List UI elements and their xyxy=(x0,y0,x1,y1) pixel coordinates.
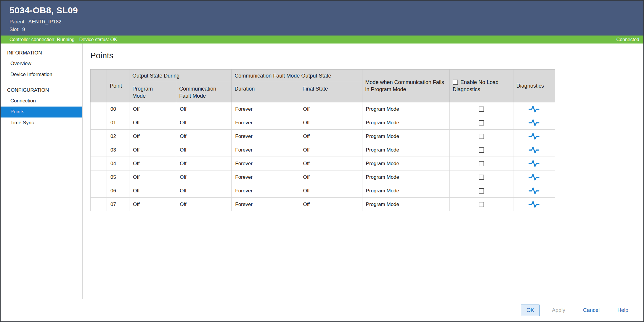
points-table-row: 07OffOffForeverOffProgram Mode xyxy=(91,198,555,211)
enable-no-load-checkbox[interactable] xyxy=(479,175,484,180)
cell-mode-when-comm-fails[interactable]: Program Mode xyxy=(362,198,449,211)
diagnostics-icon[interactable] xyxy=(529,105,539,113)
cancel-button[interactable]: Cancel xyxy=(577,305,605,316)
cell-duration[interactable]: Forever xyxy=(232,157,299,170)
cell-duration[interactable]: Forever xyxy=(232,116,299,130)
cell-mode-when-comm-fails[interactable]: Program Mode xyxy=(362,143,449,157)
enable-no-load-all-checkbox[interactable] xyxy=(453,80,458,85)
cell-mode-when-comm-fails[interactable]: Program Mode xyxy=(362,130,449,143)
cell-point: 02 xyxy=(107,130,129,143)
row-selector-column-header xyxy=(91,70,107,102)
cell-diagnostics xyxy=(513,102,555,116)
column-header-duration: Duration xyxy=(232,82,299,102)
cell-program-mode[interactable]: Off xyxy=(129,198,176,211)
cell-mode-when-comm-fails[interactable]: Program Mode xyxy=(362,157,449,170)
cell-mode-when-comm-fails[interactable]: Program Mode xyxy=(362,170,449,184)
cell-communication-fault-mode[interactable]: Off xyxy=(176,143,232,157)
diagnostics-icon[interactable] xyxy=(529,160,539,167)
cell-final-state[interactable]: Off xyxy=(299,157,362,170)
enable-no-load-checkbox[interactable] xyxy=(479,188,484,194)
apply-button[interactable]: Apply xyxy=(546,305,571,316)
diagnostics-icon[interactable] xyxy=(529,201,539,208)
help-button[interactable]: Help xyxy=(612,305,634,316)
cell-final-state[interactable]: Off xyxy=(299,170,362,184)
parent-line: Parent:AENTR_IP182 xyxy=(9,18,643,26)
enable-no-load-checkbox[interactable] xyxy=(479,134,484,139)
cell-communication-fault-mode[interactable]: Off xyxy=(176,130,232,143)
sidebar-heading-information: INFORMATION xyxy=(1,47,82,58)
cell-communication-fault-mode[interactable]: Off xyxy=(176,184,232,198)
enable-no-load-checkbox[interactable] xyxy=(479,147,484,153)
column-header-communication-fault-mode: Communication Fault Mode xyxy=(176,82,232,102)
cell-duration[interactable]: Forever xyxy=(232,198,299,211)
cell-enable-no-load xyxy=(449,157,513,170)
cell-diagnostics xyxy=(513,130,555,143)
diagnostics-icon[interactable] xyxy=(529,173,539,181)
row-selector[interactable] xyxy=(91,157,107,170)
cell-final-state[interactable]: Off xyxy=(299,143,362,157)
cell-final-state[interactable]: Off xyxy=(299,130,362,143)
points-table-header: Point Output State During Communication … xyxy=(91,70,555,102)
cell-mode-when-comm-fails[interactable]: Program Mode xyxy=(362,102,449,116)
diagnostics-icon[interactable] xyxy=(529,146,539,154)
cell-program-mode[interactable]: Off xyxy=(129,102,176,116)
cell-duration[interactable]: Forever xyxy=(232,143,299,157)
sidebar-item-device-information[interactable]: Device Information xyxy=(1,69,82,80)
column-header-mode-when-comm-fails: Mode when Communication Fails in Program… xyxy=(362,70,449,102)
device-profile-window: 5034-OB8, SL09 Parent:AENTR_IP182 Slot:9… xyxy=(0,0,644,322)
enable-no-load-checkbox[interactable] xyxy=(479,107,484,112)
cell-final-state[interactable]: Off xyxy=(299,184,362,198)
cell-final-state[interactable]: Off xyxy=(299,198,362,211)
row-selector[interactable] xyxy=(91,143,107,157)
row-selector[interactable] xyxy=(91,170,107,184)
points-table-row: 04OffOffForeverOffProgram Mode xyxy=(91,157,555,170)
cell-enable-no-load xyxy=(449,130,513,143)
cell-enable-no-load xyxy=(449,102,513,116)
cell-communication-fault-mode[interactable]: Off xyxy=(176,116,232,130)
column-header-point: Point xyxy=(107,70,129,102)
cell-diagnostics xyxy=(513,184,555,198)
sidebar-item-time-sync[interactable]: Time Sync xyxy=(1,117,82,128)
enable-no-load-checkbox[interactable] xyxy=(479,161,484,166)
cell-communication-fault-mode[interactable]: Off xyxy=(176,157,232,170)
cell-mode-when-comm-fails[interactable]: Program Mode xyxy=(362,184,449,198)
cell-duration[interactable]: Forever xyxy=(232,102,299,116)
diagnostics-icon[interactable] xyxy=(529,133,539,140)
enable-no-load-header-label: Enable No Load Diagnostics xyxy=(453,79,499,92)
cell-duration[interactable]: Forever xyxy=(232,184,299,198)
cell-enable-no-load xyxy=(449,170,513,184)
group-header-comm-fault-mode-output-state: Communication Fault Mode Output State xyxy=(232,70,362,82)
cell-program-mode[interactable]: Off xyxy=(129,170,176,184)
cell-program-mode[interactable]: Off xyxy=(129,157,176,170)
parent-value: AENTR_IP182 xyxy=(28,19,62,25)
cell-duration[interactable]: Forever xyxy=(232,130,299,143)
cell-communication-fault-mode[interactable]: Off xyxy=(176,170,232,184)
sidebar-item-points[interactable]: Points xyxy=(1,107,82,117)
enable-no-load-checkbox[interactable] xyxy=(479,202,484,207)
cell-program-mode[interactable]: Off xyxy=(129,184,176,198)
sidebar-item-connection[interactable]: Connection xyxy=(1,96,82,107)
row-selector[interactable] xyxy=(91,198,107,211)
cell-duration[interactable]: Forever xyxy=(232,170,299,184)
cell-communication-fault-mode[interactable]: Off xyxy=(176,102,232,116)
diagnostics-icon[interactable] xyxy=(529,187,539,194)
cell-mode-when-comm-fails[interactable]: Program Mode xyxy=(362,116,449,130)
row-selector[interactable] xyxy=(91,130,107,143)
cell-communication-fault-mode[interactable]: Off xyxy=(176,198,232,211)
row-selector[interactable] xyxy=(91,116,107,130)
cell-enable-no-load xyxy=(449,116,513,130)
ok-button[interactable]: OK xyxy=(521,305,540,316)
cell-program-mode[interactable]: Off xyxy=(129,143,176,157)
cell-program-mode[interactable]: Off xyxy=(129,116,176,130)
cell-program-mode[interactable]: Off xyxy=(129,130,176,143)
device-status: Device status: OK xyxy=(79,37,117,42)
row-selector[interactable] xyxy=(91,184,107,198)
enable-no-load-checkbox[interactable] xyxy=(479,120,484,125)
cell-final-state[interactable]: Off xyxy=(299,102,362,116)
content-area: INFORMATIONOverviewDevice InformationCON… xyxy=(1,44,643,299)
cell-final-state[interactable]: Off xyxy=(299,116,362,130)
row-selector[interactable] xyxy=(91,102,107,116)
cell-point: 04 xyxy=(107,157,129,170)
sidebar-item-overview[interactable]: Overview xyxy=(1,58,82,69)
diagnostics-icon[interactable] xyxy=(529,119,539,126)
